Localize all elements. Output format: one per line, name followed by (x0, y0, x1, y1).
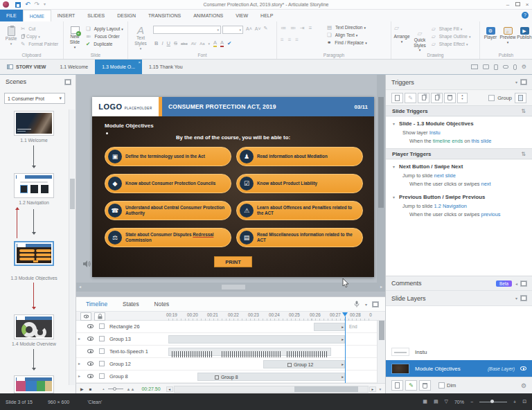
navigation-slide-link[interactable]: 1.2 Navigation (434, 203, 467, 209)
comments-header[interactable]: Comments Beta ◂ (386, 276, 532, 291)
tab-file[interactable]: FILE (0, 10, 23, 21)
objective-button-offences[interactable]: ⚠ Learn about Offences and Penalties rel… (236, 201, 363, 220)
timeline-row-group12[interactable]: ▸ Group 12 Group 12 ▸ (76, 358, 377, 371)
layer-row-module-objectives[interactable]: Module Objectives (Base Layer) (386, 360, 532, 377)
print-button[interactable]: PRINT (214, 256, 252, 267)
font-name-combo[interactable]: ▾ (153, 26, 221, 34)
phone-portrait-icon[interactable] (513, 64, 517, 70)
timeline-vscrollbar-thumb[interactable] (379, 321, 384, 340)
comments-expand-icon[interactable]: ◂ (515, 281, 517, 286)
restore-button[interactable] (513, 1, 522, 8)
help-icon[interactable]: ? (522, 12, 529, 19)
timeline-row-group8[interactable]: ▸ Group 8 Group 8 ▸ (76, 371, 377, 383)
triggers-caret-icon[interactable]: ▾ (515, 80, 517, 84)
clear-format-button[interactable]: ✎ (264, 26, 268, 31)
timeline-row-group13[interactable]: ▸ Group 13 ▸ (76, 333, 377, 346)
scene-thumbnail-partial[interactable] (14, 375, 54, 393)
objective-button-mediation[interactable]: ♟ Read information about Mediation (236, 147, 363, 166)
trigger-order-spinner[interactable]: ▴▾ (457, 93, 468, 103)
edit-layer-button[interactable]: ✎ (405, 380, 417, 391)
strike-button[interactable]: S (174, 40, 177, 46)
fit-to-window-icon[interactable]: ⊡ (522, 399, 526, 404)
timeline-playhead[interactable] (345, 317, 346, 383)
objective-button-disputes[interactable]: ⚖ State about Consumer Disputes Redressa… (105, 228, 231, 247)
cut-button[interactable]: ✂Cut (21, 25, 58, 33)
tab-design[interactable]: DESIGN (111, 10, 142, 21)
timeline-scroll-right-icon[interactable]: ▸ (369, 386, 376, 392)
collapse-all-icon[interactable]: ⇅ (521, 151, 526, 157)
arrange-button[interactable]: Arrange▾ (393, 31, 411, 44)
align-center-button[interactable]: ≡ (288, 37, 292, 43)
italic-button[interactable]: I (161, 40, 163, 46)
next-slide-link[interactable]: next slide (434, 172, 456, 179)
audio-tools-icon[interactable] (354, 301, 360, 308)
new-trigger-button[interactable] (391, 93, 403, 103)
focus-order-button[interactable]: ≕Focus Order (86, 33, 123, 40)
zoom-in-timeline-icon[interactable]: ▲▲ (127, 387, 135, 391)
desktop-preview-icon[interactable] (471, 64, 478, 69)
eye-icon[interactable] (87, 362, 94, 366)
trigger-show-layer[interactable]: Show layer Instu (386, 128, 532, 136)
slide-title-bar[interactable]: CONSUMER PROTECTION ACT, 2019 03/11 (162, 97, 374, 116)
scroll-left-icon[interactable]: ◂ (76, 283, 84, 292)
slide-layers-panel-icon[interactable] (521, 296, 526, 301)
minimize-button[interactable]: – (503, 1, 513, 8)
trigger-layer-link[interactable]: Instu (429, 130, 441, 136)
preview-button[interactable]: ⌕ Preview ▾ (499, 24, 516, 44)
timeline-zoom-knob[interactable] (113, 387, 116, 391)
edit-trigger-button[interactable]: ✎ (405, 93, 416, 103)
tab-insert[interactable]: INSERT (51, 10, 82, 21)
text-direction-button[interactable]: ▤Text Direction▾ (327, 24, 367, 31)
slide-layers-caret-icon[interactable]: ▾ (515, 296, 517, 301)
zoom-slider-knob[interactable] (490, 400, 494, 403)
new-slide-button[interactable]: New Slide ▾ (65, 24, 85, 49)
collapse-all-icon[interactable]: ⇅ (521, 108, 526, 114)
timeline-scroll-down-icon[interactable]: ▾ (376, 387, 384, 391)
view-settings-gear-icon[interactable]: ⚙ (522, 64, 526, 70)
tablet-portrait-icon[interactable] (494, 64, 498, 70)
timeline-caret-icon[interactable]: ▾ (365, 302, 367, 307)
player-button[interactable]: ⚙ Player (483, 24, 498, 40)
zoom-out-button[interactable]: − (470, 400, 473, 404)
zoom-in-button[interactable]: + (513, 400, 516, 404)
slide-editor[interactable]: LOGO PLACEHOLDER CONSUMER PROTECTION ACT… (92, 97, 374, 277)
group-checkbox[interactable] (488, 95, 495, 101)
objective-button-terminology[interactable]: ▣ Define the terminology used in the Act (105, 147, 231, 166)
tab-transitions[interactable]: TRANSITIONS (142, 10, 187, 21)
timeline-zoom-slider[interactable] (108, 389, 123, 389)
eye-icon[interactable] (87, 374, 94, 378)
indent-button[interactable]: ⇥ (300, 25, 305, 31)
eye-icon[interactable] (87, 324, 94, 328)
tab-slides[interactable]: SLIDES (81, 10, 111, 21)
close-button[interactable]: × (522, 1, 532, 8)
previous-button-trigger-group[interactable]: ▾ Previous Button / Swipe Previous (386, 188, 532, 202)
align-right-button[interactable]: ≡ (295, 37, 299, 43)
shape-fill-button[interactable]: ▱Shape Fill▾ (432, 25, 471, 33)
expand-icon[interactable]: ▸ (78, 336, 80, 341)
lock-all-button[interactable] (94, 312, 105, 321)
highlight-button[interactable]: A (213, 39, 217, 47)
eye-icon[interactable] (87, 349, 94, 353)
lock-checkbox[interactable] (99, 323, 105, 329)
shape-effect-button[interactable]: ▱Shape Effect▾ (432, 40, 471, 48)
timeline-row-text-to-speech[interactable]: Text-to-Speech 1 (76, 346, 377, 358)
next-link[interactable]: next (481, 181, 491, 187)
collapse-group-icon[interactable]: ▾ (393, 121, 395, 126)
layer-visibility-eye-icon[interactable] (520, 366, 526, 371)
shrink-font-button[interactable]: A˅ (255, 26, 261, 31)
find-replace-button[interactable]: ⚭Find / Replace▾ (327, 39, 367, 46)
text-styles-button[interactable]: A Text Styles ▾ (130, 23, 151, 51)
font-color-button[interactable]: A (220, 39, 224, 47)
scenes-scrollbar[interactable] (69, 109, 75, 385)
underline-button[interactable]: U (167, 40, 170, 46)
states-tab[interactable]: States (123, 301, 139, 308)
objective-button-central-authority[interactable]: ☎ Understand about Central Consumer Prot… (105, 201, 231, 220)
timeline-row-rectangle26[interactable]: Rectangle 26 ▸ End (76, 321, 377, 333)
timeline-bar[interactable]: Group 8 ▸ (197, 373, 345, 381)
bullets-button[interactable]: ≔ (281, 25, 286, 31)
shape-outline-button[interactable]: ▱Shape Outline▾ (432, 33, 471, 40)
logo-placeholder[interactable]: LOGO PLACEHOLDER (92, 97, 159, 116)
scroll-right-icon[interactable]: ▸ (378, 283, 385, 292)
notes-tab[interactable]: Notes (154, 301, 170, 308)
slide-canvas[interactable]: LOGO PLACEHOLDER CONSUMER PROTECTION ACT… (76, 75, 385, 296)
